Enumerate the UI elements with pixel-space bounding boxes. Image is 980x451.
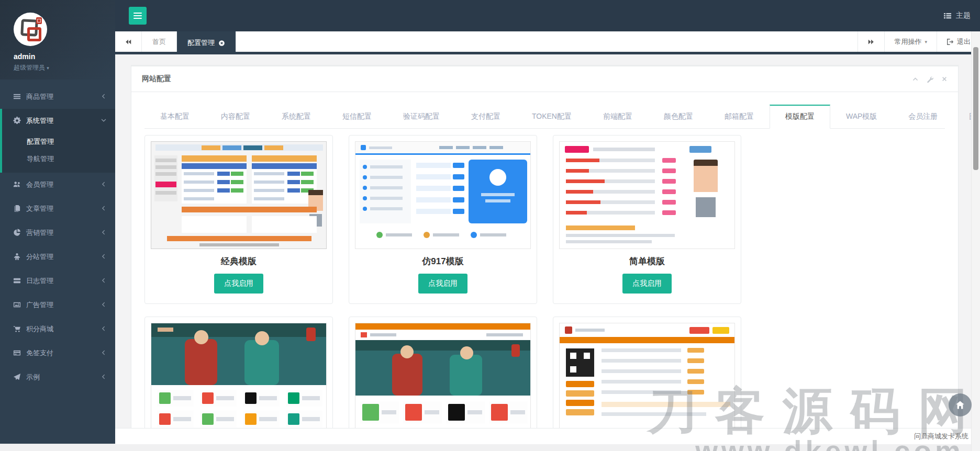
menu-toggle-button[interactable] (129, 7, 147, 25)
config-tab[interactable]: 颜色配置 (648, 105, 709, 129)
common-actions-dropdown[interactable]: 常用操作▾ (884, 31, 937, 52)
sidebar-group: 免签支付 (0, 341, 115, 365)
chevron-left-icon (101, 277, 107, 284)
chevron-left-icon (101, 253, 107, 260)
sidebar-item[interactable]: 积分商城 (0, 317, 115, 341)
chevron-left-icon (101, 181, 107, 187)
sidebar-item[interactable]: 日志管理 (0, 269, 115, 293)
template-thumbnail (355, 323, 531, 428)
chevron-left-icon (101, 301, 107, 308)
chevron-down-icon (101, 117, 107, 123)
separator (236, 31, 236, 52)
sidebar-group: 日志管理 (0, 269, 115, 293)
panel-tools (912, 76, 948, 83)
config-tab[interactable]: 内容配置 (205, 105, 266, 129)
tabs-scroll-right-button[interactable] (858, 31, 884, 52)
sidebar-item-label: 示例 (26, 373, 40, 382)
sidebar-item[interactable]: 分站管理 (0, 245, 115, 269)
sidebar-group: 分站管理 (0, 245, 115, 269)
template-cards: 经典模版点我启用仿917模版点我启用简单模版点我启用简易商城A点我启用简易商城B… (144, 129, 945, 428)
sidebar-item-label: 会员管理 (26, 180, 53, 189)
profile-block: admin 超级管理员 ▾ (0, 0, 115, 80)
sidebar-group: 示例 (0, 365, 115, 389)
list-icon (13, 93, 21, 101)
chevron-left-icon (101, 374, 107, 380)
sidebar-subitem[interactable]: 配置管理 (2, 133, 115, 150)
scrollbar-thumb[interactable] (973, 47, 978, 170)
gear-icon (13, 117, 21, 125)
sidebar-item[interactable]: 营销管理 (0, 221, 115, 245)
plane-icon (13, 373, 21, 381)
config-tab[interactable]: TOKEN配置 (516, 105, 587, 129)
config-tab[interactable]: 验证码配置 (387, 105, 455, 129)
panel-header: 网站配置 (131, 66, 958, 92)
theme-switch[interactable]: 主题 (943, 0, 971, 31)
page-tab[interactable]: 首页 (142, 31, 176, 52)
sidebar-item[interactable]: 系统管理 (2, 109, 115, 133)
close-icon[interactable] (941, 76, 948, 83)
wrench-icon[interactable] (927, 76, 933, 83)
enable-template-button[interactable]: 点我启用 (622, 274, 672, 294)
collapse-icon[interactable] (912, 76, 919, 83)
tabs-scroll-left-button[interactable] (115, 31, 141, 52)
sidebar-item[interactable]: 广告管理 (0, 293, 115, 317)
chevron-left-icon (101, 93, 107, 99)
template-thumbnail (559, 323, 735, 428)
page-tab[interactable]: 配置管理 (177, 31, 236, 54)
tab-close-icon[interactable] (218, 40, 225, 47)
top-header: 主题 (0, 0, 980, 31)
pie-icon (13, 229, 21, 237)
config-tab[interactable]: 会员注册 (893, 105, 953, 129)
sidebar-group: 广告管理 (0, 293, 115, 317)
sidebar-item[interactable]: 示例 (0, 365, 115, 389)
template-card: 简易商城B (349, 317, 537, 428)
enable-template-button[interactable]: 点我启用 (214, 274, 263, 294)
hamburger-icon (133, 11, 142, 20)
template-name: 仿917模版 (356, 255, 530, 267)
config-tab[interactable]: 模版配置 (770, 105, 830, 129)
logo-square-red (27, 27, 41, 41)
config-tab[interactable]: 基本配置 (144, 105, 205, 129)
home-float-button[interactable] (949, 393, 972, 416)
sidebar-group: 营销管理 (0, 221, 115, 245)
config-tab[interactable]: 图片上传 (953, 105, 972, 129)
sidebar-group: 文章管理 (0, 197, 115, 221)
footer-system-name: 问鼎商城发卡系统 (914, 432, 968, 441)
config-tab[interactable]: 支付配置 (455, 105, 516, 129)
sidebar-item[interactable]: 免签支付 (0, 341, 115, 365)
config-tab[interactable]: WAP模版 (830, 105, 893, 129)
template-card: 优云宝 (553, 317, 741, 428)
sidebar-item-label: 文章管理 (26, 204, 53, 213)
sidebar-item-label: 日志管理 (26, 276, 53, 286)
chevron-left-icon (101, 229, 107, 235)
config-tab[interactable]: 邮箱配置 (709, 105, 770, 129)
sidebar-item-label: 商品管理 (26, 92, 53, 102)
sidebar-item-label: 营销管理 (26, 228, 53, 238)
config-tab[interactable]: 系统配置 (266, 105, 327, 129)
template-thumbnail (151, 323, 327, 428)
site-config-panel: 网站配置 基本配置内容配置系统配置短信配置验证码配置支付配置TOKEN配置前端配… (131, 65, 959, 428)
enable-template-button[interactable]: 点我启用 (418, 274, 467, 294)
sidebar-subitem[interactable]: 导航管理 (2, 150, 115, 167)
sidebar-item[interactable]: 文章管理 (0, 197, 115, 221)
bottom-strip (0, 444, 980, 451)
template-thumbnail (355, 141, 531, 249)
avatar[interactable] (14, 13, 47, 46)
content-area: 网站配置 基本配置内容配置系统配置短信配置验证码配置支付配置TOKEN配置前端配… (115, 54, 972, 428)
panel-title: 网站配置 (142, 74, 171, 84)
page-tab-label: 首页 (152, 37, 166, 47)
user-role-dropdown[interactable]: 超级管理员 ▾ (14, 63, 115, 72)
caret-down-icon: ▾ (925, 39, 927, 44)
config-tab[interactable]: 短信配置 (327, 105, 387, 129)
theme-label: 主题 (956, 11, 971, 20)
vertical-scrollbar[interactable] (971, 31, 980, 451)
user-name: admin (14, 52, 115, 61)
page-tab-label: 配置管理 (187, 38, 215, 48)
page-tabbar: 首页配置管理 常用操作▾ 退出 (115, 31, 980, 52)
template-name: 简单模版 (560, 255, 734, 267)
files-icon (13, 205, 21, 213)
template-card: 仿917模版点我启用 (349, 135, 537, 304)
sidebar-item[interactable]: 商品管理 (0, 85, 115, 109)
config-tab[interactable]: 前端配置 (587, 105, 648, 129)
sidebar-item[interactable]: 会员管理 (0, 173, 115, 197)
